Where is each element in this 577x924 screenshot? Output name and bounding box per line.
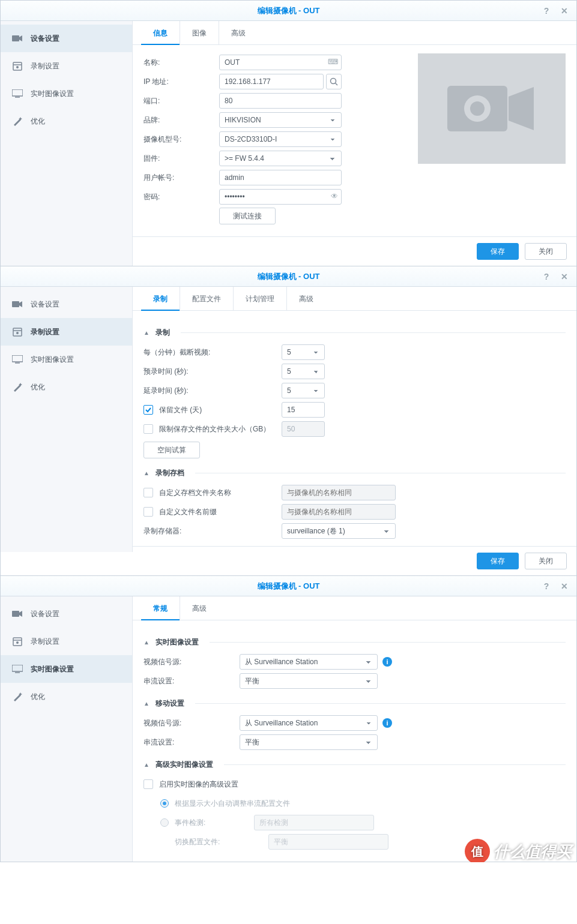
tabs: 信息 图像 高级 bbox=[133, 21, 576, 45]
keyboard-icon[interactable]: ⌨ bbox=[328, 58, 338, 66]
select-model[interactable]: DS-2CD3310D-I bbox=[219, 131, 342, 147]
tab-schedule[interactable]: 计划管理 bbox=[234, 287, 287, 311]
section-archive[interactable]: ▲录制存档 bbox=[143, 462, 566, 484]
tab-advanced[interactable]: 高级 bbox=[219, 21, 258, 45]
dialog-live-settings: 编辑摄像机 - OUT ?✕ 设备设置 录制设置 实时图像设置 优化 常规 高级… bbox=[0, 575, 577, 862]
sidebar-label: 录制设置 bbox=[31, 327, 59, 337]
sidebar-item-live[interactable]: 实时图像设置 bbox=[1, 80, 132, 107]
space-estimate-button[interactable]: 空间试算 bbox=[143, 442, 200, 458]
select-switch: 平衡 bbox=[268, 834, 388, 850]
calendar-icon bbox=[11, 60, 23, 72]
label-truncate: 每（分钟）截断视频: bbox=[143, 347, 282, 358]
test-connection-button[interactable]: 测试连接 bbox=[219, 208, 276, 224]
label-postrecord: 延录时间 (秒): bbox=[143, 386, 282, 396]
title-text: 编辑摄像机 - OUT bbox=[258, 6, 320, 15]
sidebar-item-device[interactable]: 设备设置 bbox=[1, 25, 132, 52]
select-firmware[interactable]: >= FW 5.4.4 bbox=[219, 151, 342, 166]
label-name: 名称: bbox=[143, 58, 219, 68]
svg-rect-0 bbox=[12, 35, 19, 41]
select-stream-mobile[interactable]: 平衡 bbox=[240, 734, 378, 750]
help-icon[interactable]: ? bbox=[539, 266, 554, 287]
sidebar-label: 设备设置 bbox=[31, 609, 59, 619]
section-live[interactable]: ▲实时图像设置 bbox=[143, 631, 566, 653]
input-user[interactable] bbox=[219, 170, 342, 185]
sidebar-label: 优化 bbox=[31, 692, 45, 702]
sidebar-item-optimize[interactable]: 优化 bbox=[1, 373, 132, 401]
close-button[interactable]: 关闭 bbox=[525, 243, 567, 260]
label-source: 视频信号源: bbox=[143, 718, 240, 728]
close-icon[interactable]: ✕ bbox=[557, 1, 572, 21]
label-brand: 品牌: bbox=[143, 115, 219, 125]
camera-preview bbox=[418, 53, 566, 164]
select-brand[interactable]: HIKVISION bbox=[219, 112, 342, 128]
select-stream-live[interactable]: 平衡 bbox=[240, 673, 378, 689]
monitor-icon bbox=[11, 663, 23, 675]
sidebar-item-record[interactable]: 录制设置 bbox=[1, 52, 132, 80]
svg-line-10 bbox=[336, 83, 338, 86]
tab-advanced[interactable]: 高级 bbox=[287, 287, 325, 311]
label-ip: IP 地址: bbox=[143, 77, 219, 87]
sidebar-label: 录制设置 bbox=[31, 637, 59, 647]
sidebar-item-live[interactable]: 实时图像设置 bbox=[1, 655, 132, 683]
checkbox-limitsize[interactable] bbox=[143, 424, 153, 434]
input-name[interactable] bbox=[219, 55, 342, 70]
sidebar-item-device[interactable]: 设备设置 bbox=[1, 290, 132, 318]
select-truncate[interactable]: 5 bbox=[282, 344, 325, 360]
input-ip[interactable] bbox=[219, 74, 324, 89]
wand-icon bbox=[11, 115, 23, 127]
input-customprefix bbox=[282, 504, 396, 520]
sidebar: 设备设置 录制设置 实时图像设置 优化 bbox=[1, 596, 133, 862]
sidebar-item-optimize[interactable]: 优化 bbox=[1, 107, 132, 135]
label-switch: 切换配置文件: bbox=[175, 837, 268, 847]
sidebar-item-optimize[interactable]: 优化 bbox=[1, 683, 132, 710]
input-port[interactable] bbox=[219, 93, 342, 109]
chevron-up-icon: ▲ bbox=[143, 470, 150, 476]
chevron-up-icon: ▲ bbox=[143, 700, 150, 707]
tab-record[interactable]: 录制 bbox=[141, 287, 180, 311]
sidebar-item-record[interactable]: 录制设置 bbox=[1, 318, 132, 346]
close-button[interactable]: 关闭 bbox=[525, 553, 567, 569]
input-password[interactable] bbox=[219, 189, 342, 205]
help-icon[interactable]: ? bbox=[539, 576, 554, 596]
radio-event bbox=[160, 818, 169, 827]
tab-advanced[interactable]: 高级 bbox=[180, 596, 219, 620]
sidebar-item-record[interactable]: 录制设置 bbox=[1, 628, 132, 655]
checkbox-keepdays[interactable] bbox=[143, 405, 153, 415]
info-icon[interactable]: i bbox=[382, 657, 392, 667]
tab-info[interactable]: 信息 bbox=[141, 21, 180, 45]
tab-profile[interactable]: 配置文件 bbox=[180, 287, 234, 311]
chevron-up-icon: ▲ bbox=[143, 761, 150, 768]
checkbox-customfolder[interactable] bbox=[143, 488, 153, 497]
search-ip-button[interactable] bbox=[326, 74, 342, 89]
svg-point-8 bbox=[470, 101, 485, 116]
input-customfolder bbox=[282, 485, 396, 500]
checkbox-enable-advanced[interactable] bbox=[143, 779, 153, 789]
svg-rect-11 bbox=[12, 301, 19, 307]
save-button[interactable]: 保存 bbox=[477, 553, 519, 569]
select-prerecord[interactable]: 5 bbox=[282, 364, 325, 379]
info-icon[interactable]: i bbox=[382, 718, 392, 728]
eye-icon[interactable]: 👁 bbox=[331, 192, 338, 200]
tab-general[interactable]: 常规 bbox=[141, 596, 180, 620]
help-icon[interactable]: ? bbox=[539, 1, 554, 21]
select-storage[interactable]: surveillance (卷 1) bbox=[282, 523, 396, 539]
select-postrecord[interactable]: 5 bbox=[282, 383, 325, 398]
section-mobile[interactable]: ▲移动设置 bbox=[143, 692, 566, 714]
save-button[interactable]: 保存 bbox=[477, 243, 519, 260]
input-limitsize bbox=[282, 421, 325, 437]
label-user: 用户帐号: bbox=[143, 173, 219, 183]
sidebar-label: 优化 bbox=[31, 382, 45, 392]
section-advlive[interactable]: ▲高级实时图像设置 bbox=[143, 754, 566, 775]
close-icon[interactable]: ✕ bbox=[557, 266, 572, 287]
sidebar: 设备设置 录制设置 实时图像设置 优化 bbox=[1, 287, 133, 552]
select-source-live[interactable]: 从 Surveillance Station bbox=[240, 654, 378, 670]
section-record[interactable]: ▲录制 bbox=[143, 322, 566, 343]
sidebar-item-live[interactable]: 实时图像设置 bbox=[1, 346, 132, 373]
checkbox-customprefix[interactable] bbox=[143, 507, 153, 517]
calendar-icon bbox=[11, 635, 23, 647]
select-source-mobile[interactable]: 从 Surveillance Station bbox=[240, 715, 378, 731]
input-keepdays[interactable] bbox=[282, 402, 325, 418]
tab-image[interactable]: 图像 bbox=[180, 21, 219, 45]
close-icon[interactable]: ✕ bbox=[557, 576, 572, 596]
sidebar-item-device[interactable]: 设备设置 bbox=[1, 600, 132, 628]
